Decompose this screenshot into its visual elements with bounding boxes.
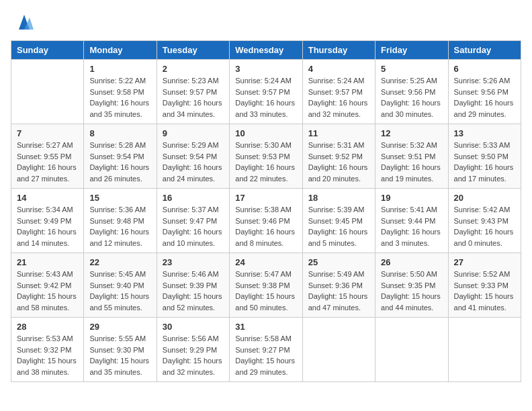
calendar-week-3: 14Sunrise: 5:34 AM Sunset: 9:49 PM Dayli… xyxy=(11,189,521,253)
calendar-cell: 15Sunrise: 5:36 AM Sunset: 9:48 PM Dayli… xyxy=(84,189,157,253)
calendar-cell: 14Sunrise: 5:34 AM Sunset: 9:49 PM Dayli… xyxy=(11,189,84,253)
calendar-cell: 24Sunrise: 5:47 AM Sunset: 9:38 PM Dayli… xyxy=(230,253,302,318)
calendar-week-5: 28Sunrise: 5:53 AM Sunset: 9:32 PM Dayli… xyxy=(11,318,521,382)
day-number: 10 xyxy=(235,128,296,138)
day-detail: Sunrise: 5:37 AM Sunset: 9:47 PM Dayligh… xyxy=(163,204,224,248)
calendar-cell: 19Sunrise: 5:41 AM Sunset: 9:44 PM Dayli… xyxy=(375,189,448,253)
calendar-week-1: 1Sunrise: 5:22 AM Sunset: 9:58 PM Daylig… xyxy=(11,60,521,124)
day-number: 7 xyxy=(17,128,78,138)
calendar-cell: 25Sunrise: 5:49 AM Sunset: 9:36 PM Dayli… xyxy=(302,253,375,318)
calendar-cell: 21Sunrise: 5:43 AM Sunset: 9:42 PM Dayli… xyxy=(11,253,84,318)
day-number: 9 xyxy=(163,128,224,138)
calendar-cell: 7Sunrise: 5:27 AM Sunset: 9:55 PM Daylig… xyxy=(11,124,84,189)
calendar-week-4: 21Sunrise: 5:43 AM Sunset: 9:42 PM Dayli… xyxy=(11,253,521,318)
day-number: 24 xyxy=(235,257,296,267)
day-detail: Sunrise: 5:22 AM Sunset: 9:58 PM Dayligh… xyxy=(89,75,150,120)
day-detail: Sunrise: 5:30 AM Sunset: 9:53 PM Dayligh… xyxy=(235,140,296,184)
weekday-header-row: SundayMondayTuesdayWednesdayThursdayFrid… xyxy=(11,41,521,60)
day-detail: Sunrise: 5:53 AM Sunset: 9:32 PM Dayligh… xyxy=(17,333,78,377)
day-detail: Sunrise: 5:23 AM Sunset: 9:57 PM Dayligh… xyxy=(163,75,224,120)
day-detail: Sunrise: 5:36 AM Sunset: 9:48 PM Dayligh… xyxy=(89,204,150,248)
day-number: 11 xyxy=(308,128,369,138)
day-number: 8 xyxy=(89,128,150,138)
day-detail: Sunrise: 5:56 AM Sunset: 9:29 PM Dayligh… xyxy=(163,333,224,377)
calendar-cell: 17Sunrise: 5:38 AM Sunset: 9:46 PM Dayli… xyxy=(230,189,302,253)
calendar-cell: 3Sunrise: 5:24 AM Sunset: 9:57 PM Daylig… xyxy=(230,60,302,124)
day-number: 1 xyxy=(89,64,150,74)
calendar-cell xyxy=(302,318,375,382)
calendar-cell: 31Sunrise: 5:58 AM Sunset: 9:27 PM Dayli… xyxy=(230,318,302,382)
calendar-table: SundayMondayTuesdayWednesdayThursdayFrid… xyxy=(11,40,521,382)
day-number: 31 xyxy=(235,322,296,332)
day-number: 2 xyxy=(163,64,224,74)
calendar-cell: 1Sunrise: 5:22 AM Sunset: 9:58 PM Daylig… xyxy=(84,60,157,124)
logo xyxy=(11,11,35,32)
day-detail: Sunrise: 5:46 AM Sunset: 9:39 PM Dayligh… xyxy=(163,269,224,313)
calendar-cell xyxy=(448,318,521,382)
logo-icon xyxy=(13,11,35,32)
weekday-header-tuesday: Tuesday xyxy=(157,41,229,60)
day-number: 15 xyxy=(89,193,150,203)
day-number: 5 xyxy=(381,64,442,74)
day-detail: Sunrise: 5:49 AM Sunset: 9:36 PM Dayligh… xyxy=(308,269,369,313)
day-number: 18 xyxy=(308,193,369,203)
day-detail: Sunrise: 5:47 AM Sunset: 9:38 PM Dayligh… xyxy=(235,269,296,313)
day-detail: Sunrise: 5:29 AM Sunset: 9:54 PM Dayligh… xyxy=(163,140,224,184)
day-detail: Sunrise: 5:28 AM Sunset: 9:54 PM Dayligh… xyxy=(89,140,150,184)
day-detail: Sunrise: 5:42 AM Sunset: 9:43 PM Dayligh… xyxy=(454,204,515,248)
calendar-header: SundayMondayTuesdayWednesdayThursdayFrid… xyxy=(11,41,521,60)
calendar-cell: 10Sunrise: 5:30 AM Sunset: 9:53 PM Dayli… xyxy=(230,124,302,189)
day-detail: Sunrise: 5:52 AM Sunset: 9:33 PM Dayligh… xyxy=(454,269,515,313)
day-detail: Sunrise: 5:58 AM Sunset: 9:27 PM Dayligh… xyxy=(235,333,296,377)
day-number: 22 xyxy=(89,257,150,267)
calendar-cell: 22Sunrise: 5:45 AM Sunset: 9:40 PM Dayli… xyxy=(84,253,157,318)
day-detail: Sunrise: 5:24 AM Sunset: 9:57 PM Dayligh… xyxy=(308,75,369,120)
page-header xyxy=(11,11,521,32)
day-detail: Sunrise: 5:33 AM Sunset: 9:50 PM Dayligh… xyxy=(454,140,515,184)
calendar-cell: 13Sunrise: 5:33 AM Sunset: 9:50 PM Dayli… xyxy=(448,124,521,189)
calendar-cell: 29Sunrise: 5:55 AM Sunset: 9:30 PM Dayli… xyxy=(84,318,157,382)
day-detail: Sunrise: 5:41 AM Sunset: 9:44 PM Dayligh… xyxy=(381,204,442,248)
calendar-cell: 20Sunrise: 5:42 AM Sunset: 9:43 PM Dayli… xyxy=(448,189,521,253)
weekday-header-sunday: Sunday xyxy=(11,41,84,60)
day-number: 4 xyxy=(308,64,369,74)
day-detail: Sunrise: 5:45 AM Sunset: 9:40 PM Dayligh… xyxy=(89,269,150,313)
calendar-cell: 23Sunrise: 5:46 AM Sunset: 9:39 PM Dayli… xyxy=(157,253,229,318)
day-detail: Sunrise: 5:39 AM Sunset: 9:45 PM Dayligh… xyxy=(308,204,369,248)
day-detail: Sunrise: 5:55 AM Sunset: 9:30 PM Dayligh… xyxy=(89,333,150,377)
day-number: 27 xyxy=(454,257,515,267)
weekday-header-saturday: Saturday xyxy=(448,41,521,60)
day-number: 17 xyxy=(235,193,296,203)
calendar-cell: 16Sunrise: 5:37 AM Sunset: 9:47 PM Dayli… xyxy=(157,189,229,253)
calendar-cell: 18Sunrise: 5:39 AM Sunset: 9:45 PM Dayli… xyxy=(302,189,375,253)
calendar-week-2: 7Sunrise: 5:27 AM Sunset: 9:55 PM Daylig… xyxy=(11,124,521,189)
calendar-cell: 8Sunrise: 5:28 AM Sunset: 9:54 PM Daylig… xyxy=(84,124,157,189)
day-number: 30 xyxy=(163,322,224,332)
weekday-header-monday: Monday xyxy=(84,41,157,60)
calendar-cell: 12Sunrise: 5:32 AM Sunset: 9:51 PM Dayli… xyxy=(375,124,448,189)
day-number: 13 xyxy=(454,128,515,138)
calendar-cell: 5Sunrise: 5:25 AM Sunset: 9:56 PM Daylig… xyxy=(375,60,448,124)
calendar-cell: 4Sunrise: 5:24 AM Sunset: 9:57 PM Daylig… xyxy=(302,60,375,124)
day-detail: Sunrise: 5:24 AM Sunset: 9:57 PM Dayligh… xyxy=(235,75,296,120)
day-detail: Sunrise: 5:50 AM Sunset: 9:35 PM Dayligh… xyxy=(381,269,442,313)
day-detail: Sunrise: 5:32 AM Sunset: 9:51 PM Dayligh… xyxy=(381,140,442,184)
weekday-header-thursday: Thursday xyxy=(302,41,375,60)
day-number: 3 xyxy=(235,64,296,74)
day-detail: Sunrise: 5:27 AM Sunset: 9:55 PM Dayligh… xyxy=(17,140,78,184)
day-number: 25 xyxy=(308,257,369,267)
day-number: 26 xyxy=(381,257,442,267)
day-detail: Sunrise: 5:43 AM Sunset: 9:42 PM Dayligh… xyxy=(17,269,78,313)
weekday-header-wednesday: Wednesday xyxy=(230,41,302,60)
calendar-cell: 2Sunrise: 5:23 AM Sunset: 9:57 PM Daylig… xyxy=(157,60,229,124)
calendar-cell xyxy=(11,60,84,124)
day-number: 6 xyxy=(454,64,515,74)
day-detail: Sunrise: 5:25 AM Sunset: 9:56 PM Dayligh… xyxy=(381,75,442,120)
day-number: 16 xyxy=(163,193,224,203)
day-detail: Sunrise: 5:38 AM Sunset: 9:46 PM Dayligh… xyxy=(235,204,296,248)
day-detail: Sunrise: 5:31 AM Sunset: 9:52 PM Dayligh… xyxy=(308,140,369,184)
weekday-header-friday: Friday xyxy=(375,41,448,60)
calendar-cell: 30Sunrise: 5:56 AM Sunset: 9:29 PM Dayli… xyxy=(157,318,229,382)
day-detail: Sunrise: 5:34 AM Sunset: 9:49 PM Dayligh… xyxy=(17,204,78,248)
calendar-cell: 6Sunrise: 5:26 AM Sunset: 9:56 PM Daylig… xyxy=(448,60,521,124)
